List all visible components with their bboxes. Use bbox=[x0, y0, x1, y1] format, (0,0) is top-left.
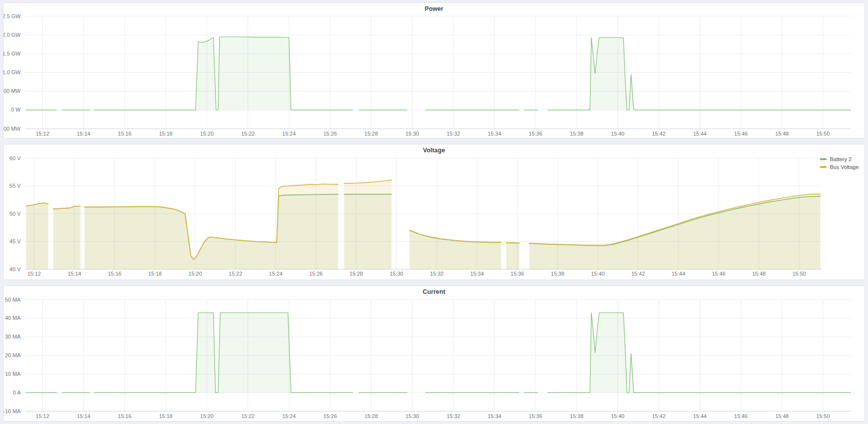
x-axis-tick-label: 15:40 bbox=[591, 271, 605, 277]
series-area-0 bbox=[26, 313, 851, 393]
x-axis-tick-label: 15:30 bbox=[390, 271, 403, 277]
y-axis-tick-label: -500 MW bbox=[3, 126, 21, 132]
y-axis-tick-label: 50 MA bbox=[5, 297, 21, 303]
x-axis-tick-label: 15:50 bbox=[792, 271, 806, 277]
x-axis-tick-label: 15:16 bbox=[118, 131, 132, 137]
x-axis-tick-label: 15:20 bbox=[189, 271, 202, 277]
x-axis-tick-label: 15:38 bbox=[570, 131, 584, 137]
x-axis-tick-label: 15:30 bbox=[405, 131, 419, 137]
x-axis-tick-label: 15:18 bbox=[148, 271, 162, 277]
y-axis-tick-label: 1.0 GW bbox=[3, 69, 21, 75]
x-axis-tick-label: 15:42 bbox=[631, 271, 645, 277]
y-axis-tick-label: 2.0 GW bbox=[3, 32, 21, 38]
x-axis-tick-label: 15:34 bbox=[488, 131, 502, 137]
x-axis-tick-label: 15:24 bbox=[282, 413, 296, 419]
panel-voltage-title[interactable]: Voltage bbox=[3, 147, 865, 154]
panel-current: Current -10 MA0 A10 MA20 MA30 MA40 MA50 … bbox=[3, 285, 865, 422]
power-chart[interactable]: -500 MW0 W500 MW1.0 GW1.5 GW2.0 GW2.5 GW… bbox=[3, 3, 865, 138]
x-axis-tick-label: 15:46 bbox=[734, 131, 748, 137]
x-axis-tick-label: 15:26 bbox=[323, 131, 337, 137]
x-axis-tick-label: 15:48 bbox=[752, 271, 766, 277]
x-axis-tick-label: 15:42 bbox=[652, 131, 666, 137]
legend-item-bus-voltage[interactable]: Bus Voltage bbox=[820, 164, 859, 170]
x-axis-tick-label: 15:44 bbox=[672, 271, 685, 277]
x-axis-tick-label: 15:40 bbox=[611, 413, 625, 419]
panel-voltage: Voltage 40 V45 V50 V55 V60 V15:1215:1415… bbox=[3, 144, 865, 280]
dashboard: Power -500 MW0 W500 MW1.0 GW1.5 GW2.0 GW… bbox=[0, 0, 868, 424]
y-axis-tick-label: 1.5 GW bbox=[3, 51, 21, 57]
series-line-0 bbox=[26, 37, 851, 110]
y-axis-tick-label: -10 MA bbox=[3, 408, 21, 414]
x-axis-tick-label: 15:36 bbox=[529, 131, 542, 137]
current-chart[interactable]: -10 MA0 A10 MA20 MA30 MA40 MA50 MA15:121… bbox=[3, 286, 865, 421]
x-axis-tick-label: 15:12 bbox=[36, 413, 50, 419]
voltage-legend: Battery 2 Bus Voltage bbox=[820, 156, 859, 170]
series-area-0 bbox=[26, 37, 851, 110]
x-axis-tick-label: 15:16 bbox=[108, 271, 122, 277]
y-axis-tick-label: 30 MA bbox=[5, 334, 21, 339]
y-axis-tick-label: 50 V bbox=[9, 211, 21, 217]
x-axis-tick-label: 15:22 bbox=[229, 271, 243, 277]
x-axis-tick-label: 15:32 bbox=[447, 413, 460, 419]
x-axis-tick-label: 15:50 bbox=[816, 413, 830, 419]
x-axis-tick-label: 15:48 bbox=[775, 413, 789, 419]
legend-item-battery-2[interactable]: Battery 2 bbox=[820, 156, 859, 162]
x-axis-tick-label: 15:18 bbox=[159, 413, 173, 419]
x-axis-tick-label: 15:12 bbox=[28, 271, 41, 277]
x-axis-tick-label: 15:24 bbox=[282, 131, 296, 137]
x-axis-tick-label: 15:44 bbox=[693, 413, 707, 419]
x-axis-tick-label: 15:18 bbox=[159, 131, 173, 137]
x-axis-tick-label: 15:34 bbox=[488, 413, 502, 419]
x-axis-tick-label: 15:26 bbox=[323, 413, 337, 419]
y-axis-tick-label: 10 MA bbox=[5, 371, 21, 377]
x-axis-tick-label: 15:46 bbox=[734, 413, 748, 419]
y-axis-tick-label: 60 V bbox=[9, 155, 21, 161]
x-axis-tick-label: 15:36 bbox=[529, 413, 542, 419]
y-axis-tick-label: 40 MA bbox=[5, 315, 21, 321]
x-axis-tick-label: 15:22 bbox=[241, 413, 255, 419]
y-axis-tick-label: 45 V bbox=[9, 238, 21, 244]
panel-current-title[interactable]: Current bbox=[3, 288, 865, 295]
y-axis-tick-label: 20 MA bbox=[5, 352, 21, 358]
x-axis-tick-label: 15:20 bbox=[200, 413, 214, 419]
x-axis-tick-label: 15:30 bbox=[405, 413, 419, 419]
x-axis-tick-label: 15:24 bbox=[269, 271, 283, 277]
x-axis-tick-label: 15:36 bbox=[510, 271, 524, 277]
series-area-1 bbox=[26, 180, 820, 269]
legend-label-bus-voltage: Bus Voltage bbox=[830, 164, 859, 170]
x-axis-tick-label: 15:32 bbox=[430, 271, 444, 277]
x-axis-tick-label: 15:28 bbox=[364, 131, 378, 137]
y-axis-tick-label: 500 MW bbox=[3, 88, 21, 94]
x-axis-tick-label: 15:22 bbox=[241, 131, 255, 137]
y-axis-tick-label: 40 V bbox=[9, 266, 21, 272]
y-axis-tick-label: 55 V bbox=[9, 183, 21, 189]
battery-2-swatch bbox=[820, 158, 827, 160]
x-axis-tick-label: 15:34 bbox=[470, 271, 484, 277]
x-axis-tick-label: 15:16 bbox=[118, 413, 132, 419]
x-axis-tick-label: 15:28 bbox=[349, 271, 363, 277]
panel-power-title[interactable]: Power bbox=[3, 5, 865, 12]
x-axis-tick-label: 15:50 bbox=[816, 131, 830, 137]
panel-power: Power -500 MW0 W500 MW1.0 GW1.5 GW2.0 GW… bbox=[3, 2, 865, 139]
y-axis-tick-label: 2.5 GW bbox=[3, 13, 21, 19]
voltage-chart[interactable]: 40 V45 V50 V55 V60 V15:1215:1415:1615:18… bbox=[3, 144, 865, 280]
x-axis-tick-label: 15:42 bbox=[652, 413, 666, 419]
series-line-0 bbox=[26, 313, 851, 393]
x-axis-tick-label: 15:48 bbox=[775, 131, 789, 137]
x-axis-tick-label: 15:14 bbox=[77, 413, 90, 419]
x-axis-tick-label: 15:44 bbox=[693, 131, 707, 137]
x-axis-tick-label: 15:38 bbox=[570, 413, 584, 419]
x-axis-tick-label: 15:40 bbox=[611, 131, 625, 137]
x-axis-tick-label: 15:26 bbox=[309, 271, 323, 277]
x-axis-tick-label: 15:20 bbox=[200, 131, 214, 137]
x-axis-tick-label: 15:32 bbox=[447, 131, 460, 137]
x-axis-tick-label: 15:12 bbox=[36, 131, 50, 137]
legend-label-battery-2: Battery 2 bbox=[830, 156, 851, 162]
x-axis-tick-label: 15:14 bbox=[77, 131, 90, 137]
x-axis-tick-label: 15:46 bbox=[712, 271, 726, 277]
bus-voltage-swatch bbox=[820, 166, 827, 168]
x-axis-tick-label: 15:28 bbox=[364, 413, 378, 419]
y-axis-tick-label: 0 W bbox=[11, 107, 21, 113]
x-axis-tick-label: 15:14 bbox=[68, 271, 82, 277]
y-axis-tick-label: 0 A bbox=[13, 390, 21, 396]
